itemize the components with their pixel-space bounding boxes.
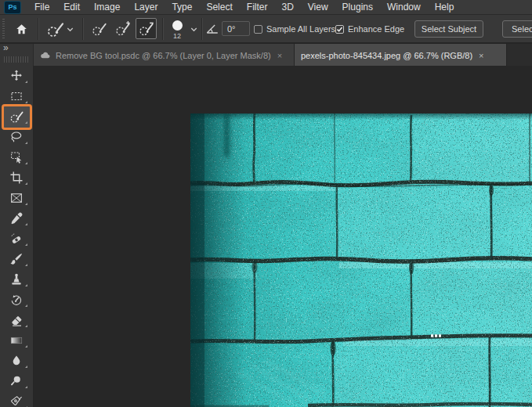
chevron-down-icon (65, 24, 75, 34)
dodge-icon (9, 374, 24, 388)
spot-healing-brush-icon (9, 232, 24, 246)
active-tool-highlight (4, 106, 30, 128)
select-and-mask-button[interactable]: Select (502, 20, 532, 38)
tool-dodge[interactable] (0, 371, 33, 391)
tab-close-button[interactable]: × (277, 51, 282, 60)
subtract-from-selection-mode-button[interactable] (136, 18, 157, 39)
document-canvas[interactable] (190, 113, 532, 407)
sample-all-layers-checkbox[interactable] (254, 25, 262, 34)
menu-bar: Ps File Edit Image Layer Type Select Fil… (0, 0, 532, 15)
tab-title: Remove BG tool.psdc @ 66.7% (Layer 0, La… (56, 51, 271, 60)
photoshop-window: Ps File Edit Image Layer Type Select Fil… (0, 0, 532, 407)
menu-file[interactable]: File (27, 0, 56, 15)
tool-object-selection[interactable] (0, 147, 33, 167)
menu-layer[interactable]: Layer (127, 0, 165, 15)
subtract-from-selection-icon (138, 20, 155, 38)
angle-input[interactable] (222, 21, 250, 36)
brush-icon (9, 252, 24, 266)
tool-crop[interactable] (0, 167, 33, 188)
new-selection-icon (91, 20, 108, 38)
new-selection-mode-button[interactable] (89, 18, 110, 39)
clone-stamp-icon (9, 272, 24, 286)
sample-all-layers-label: Sample All Layers (266, 15, 335, 43)
tool-spot-healing-brush[interactable] (0, 229, 33, 249)
history-brush-icon (9, 293, 24, 307)
quick-selection-icon (9, 110, 24, 124)
tool-lasso[interactable] (0, 127, 33, 147)
blur-drop-icon (9, 354, 24, 368)
tab-close-button[interactable]: × (479, 51, 483, 60)
tool-move[interactable] (0, 66, 33, 86)
menu-3d[interactable]: 3D (274, 0, 300, 15)
menu-select[interactable]: Select (199, 0, 239, 15)
menu-plugins[interactable]: Plugins (335, 0, 380, 15)
tool-eyedropper[interactable] (0, 208, 33, 229)
tool-eraser[interactable] (0, 310, 33, 330)
tool-gradient[interactable] (0, 330, 33, 351)
menu-help[interactable]: Help (428, 0, 461, 15)
menu-edit[interactable]: Edit (56, 0, 87, 15)
tool-quick-selection[interactable] (0, 106, 33, 127)
object-selection-icon (9, 150, 24, 164)
brush-size-chevron[interactable] (188, 23, 199, 34)
frame-icon (9, 191, 24, 205)
gradient-icon (9, 333, 24, 348)
angle-icon (205, 22, 219, 36)
tool-pen[interactable] (0, 391, 33, 407)
tool-frame[interactable] (0, 188, 33, 208)
move-icon (9, 69, 24, 83)
menu-view[interactable]: View (301, 0, 335, 15)
select-subject-button[interactable]: Select Subject (414, 20, 483, 38)
photoshop-logo: Ps (4, 1, 21, 14)
document-tab-bar: » Remove BG tool.psdc @ 66.7% (Layer 0, … (0, 43, 532, 66)
eraser-icon (9, 313, 24, 327)
tab-title: pexels-photo-845434.jpeg @ 66.7% (RGB/8) (301, 51, 472, 60)
lasso-icon (9, 130, 24, 144)
tool-preset-picker[interactable] (42, 19, 78, 40)
crop-icon (9, 171, 24, 185)
cloud-document-icon (40, 50, 51, 61)
tab-pexels-photo[interactable]: pexels-photo-845434.jpeg @ 66.7% (RGB/8)… (295, 44, 507, 67)
add-to-selection-icon (114, 20, 132, 38)
tab-remove-bg-tool[interactable]: Remove BG tool.psdc @ 66.7% (Layer 0, La… (34, 44, 295, 67)
toolbar-grip[interactable] (4, 56, 28, 63)
toolbar-collapse-button[interactable]: » (3, 43, 9, 52)
add-to-selection-mode-button[interactable] (112, 18, 133, 39)
enhance-edge-label: Enhance Edge (348, 15, 404, 43)
home-button[interactable] (11, 19, 32, 40)
checkmark-icon (336, 26, 343, 33)
quick-selection-preset-icon (46, 20, 65, 39)
tool-clone-stamp[interactable] (0, 269, 33, 290)
brush-tip-preview (172, 20, 183, 31)
tool-blur[interactable] (0, 351, 33, 371)
tools-panel (0, 66, 34, 407)
tool-rectangular-marquee[interactable] (0, 86, 33, 106)
menu-image[interactable]: Image (87, 0, 127, 15)
brush-size-value: 12 (169, 32, 185, 40)
options-bar-grip[interactable] (2, 19, 5, 39)
menu-filter[interactable]: Filter (240, 0, 275, 15)
toolbar-header: » (0, 44, 34, 67)
enhance-edge-checkbox[interactable] (335, 25, 344, 34)
brick-wall-photo (190, 113, 532, 407)
tool-history-brush[interactable] (0, 290, 33, 310)
tool-brush[interactable] (0, 249, 33, 269)
rectangular-marquee-icon (9, 89, 24, 103)
pen-icon (9, 394, 24, 407)
brush-size-picker[interactable]: 12 (166, 19, 190, 41)
options-bar: 12 Sample All Layers Enhance Edge Select… (0, 15, 532, 43)
eyedropper-icon (9, 211, 24, 225)
menu-type[interactable]: Type (165, 0, 199, 15)
menu-window[interactable]: Window (380, 0, 428, 15)
home-icon (15, 23, 28, 36)
